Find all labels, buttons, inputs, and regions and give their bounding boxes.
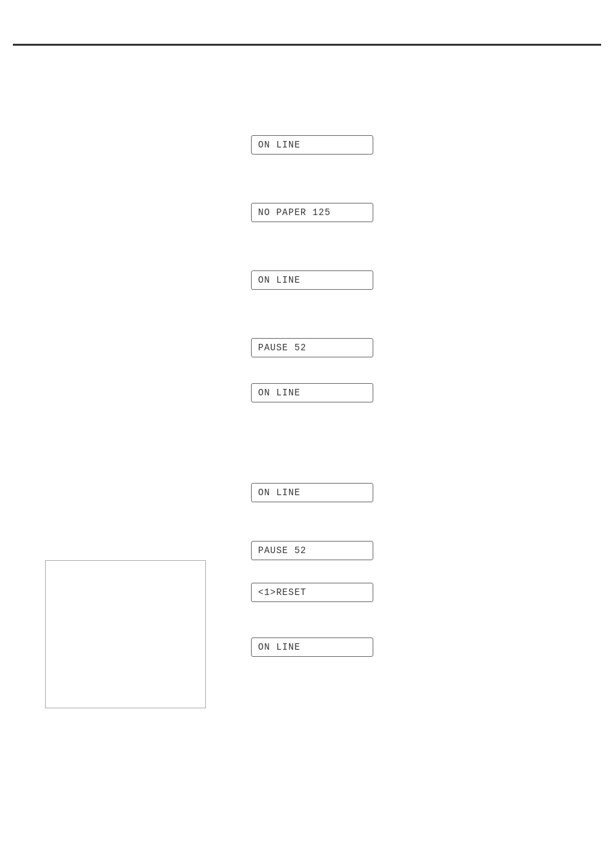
display-8: <1>RESET [251, 583, 373, 602]
side-rectangle-box [45, 560, 206, 708]
display-4: PAUSE 52 [251, 338, 373, 357]
display-1: ON LINE [251, 135, 373, 155]
display-3: ON LINE [251, 270, 373, 290]
display-9: ON LINE [251, 637, 373, 657]
display-7: PAUSE 52 [251, 541, 373, 560]
top-border [13, 44, 601, 46]
display-5: ON LINE [251, 383, 373, 402]
display-6: ON LINE [251, 483, 373, 502]
display-2: NO PAPER 125 [251, 203, 373, 222]
